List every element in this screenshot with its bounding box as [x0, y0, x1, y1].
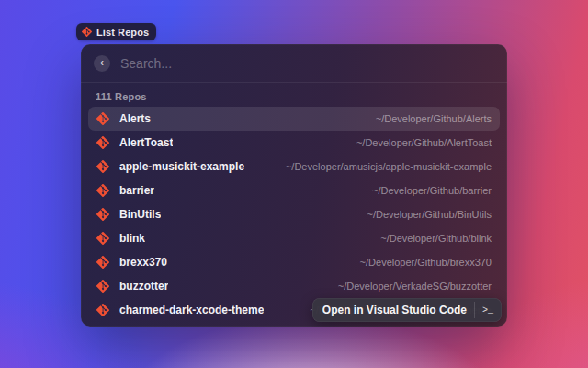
repo-list-item[interactable]: apple-musickit-example ~/Developer/amusi…: [88, 155, 500, 178]
repo-name: charmed-dark-xcode-theme: [119, 304, 264, 316]
terminal-shortcut-icon: >_: [474, 302, 497, 318]
repo-name: AlertToast: [119, 136, 173, 149]
git-icon: [96, 184, 109, 197]
repo-list: Alerts ~/Developer/Github/Alerts AlertTo…: [81, 107, 507, 327]
repo-name: apple-musickit-example: [119, 160, 244, 173]
git-icon: [96, 112, 109, 125]
repo-path: ~/Developer/Github/blink: [369, 233, 492, 244]
repo-list-item[interactable]: blink ~/Developer/Github/blink: [88, 226, 500, 250]
section-header: 111 Repos: [81, 83, 507, 107]
git-icon: [82, 27, 92, 37]
repo-name: barrier: [119, 184, 154, 197]
git-icon: [96, 280, 109, 293]
git-icon: [96, 256, 109, 269]
repo-path: ~/Developer/Github/brexx370: [349, 257, 492, 268]
repo-list-item[interactable]: barrier ~/Developer/Github/barrier: [88, 178, 500, 202]
open-in-vscode-label: Open in Visual Studio Code: [322, 304, 467, 316]
git-icon: [96, 160, 109, 173]
command-chip-label: List Repos: [96, 27, 149, 38]
repo-path: ~/Developer/amusicjs/apple-musickit-exam…: [275, 161, 492, 172]
repo-name: brexx370: [119, 256, 167, 269]
repo-path: ~/Developer/Github/Alerts: [365, 113, 492, 124]
repo-list-item[interactable]: chaseimport ~/Developer/VerkadeSG/chasei…: [88, 322, 500, 327]
repo-name: buzzotter: [119, 280, 168, 293]
git-icon: [96, 208, 109, 221]
git-icon: [96, 304, 109, 316]
repo-path: ~/Developer/Github/AlertToast: [345, 137, 492, 148]
command-chip[interactable]: List Repos: [76, 23, 156, 40]
repo-list-item[interactable]: Alerts ~/Developer/Github/Alerts: [88, 107, 500, 131]
repo-path: ~/Developer/Github/barrier: [361, 185, 492, 196]
repo-name: blink: [119, 232, 145, 245]
repo-list-item[interactable]: BinUtils ~/Developer/Github/BinUtils: [88, 202, 500, 226]
repo-list-item[interactable]: buzzotter ~/Developer/VerkadeSG/buzzotte…: [88, 274, 500, 298]
search-field-wrap: [119, 44, 494, 82]
search-bar: ‹: [81, 44, 507, 83]
git-icon: [96, 136, 109, 149]
text-caret: [119, 56, 119, 71]
search-input[interactable]: [119, 56, 494, 71]
repo-name: BinUtils: [119, 208, 161, 221]
repo-path: ~/Developer/Github/BinUtils: [356, 209, 492, 220]
repo-list-item[interactable]: brexx370 ~/Developer/Github/brexx370: [88, 250, 500, 274]
launcher-window: ‹ 111 Repos Alerts ~/Developer/Github/Al…: [81, 44, 507, 327]
git-icon: [96, 232, 109, 245]
back-button[interactable]: ‹: [94, 55, 110, 72]
repo-list-item[interactable]: AlertToast ~/Developer/Github/AlertToast: [88, 131, 500, 155]
repo-name: Alerts: [119, 112, 151, 125]
open-in-vscode-action[interactable]: Open in Visual Studio Code >_: [312, 298, 502, 322]
repo-path: ~/Developer/VerkadeSG/buzzotter: [327, 281, 492, 292]
